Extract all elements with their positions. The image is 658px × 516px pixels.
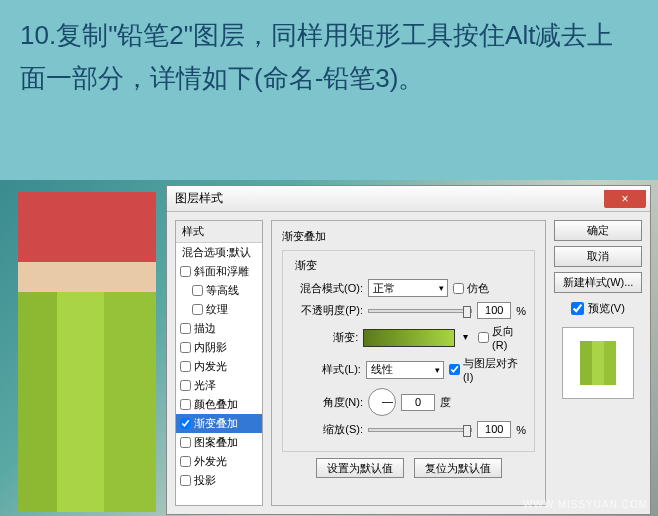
style-item-checkbox[interactable] bbox=[192, 304, 203, 315]
styles-list-panel: 样式 混合选项:默认斜面和浮雕等高线纹理描边内阴影内发光光泽颜色叠加渐变叠加图案… bbox=[175, 220, 263, 506]
style-item-checkbox[interactable] bbox=[180, 342, 191, 353]
reset-default-button[interactable]: 复位为默认值 bbox=[414, 458, 502, 478]
style-item-checkbox[interactable] bbox=[192, 285, 203, 296]
style-item-11[interactable]: 投影 bbox=[176, 471, 262, 490]
opacity-label: 不透明度(P): bbox=[291, 303, 363, 318]
dialog-titlebar[interactable]: 图层样式 × bbox=[167, 186, 650, 212]
style-item-9[interactable]: 图案叠加 bbox=[176, 433, 262, 452]
style-item-label: 斜面和浮雕 bbox=[194, 264, 249, 279]
style-item-6[interactable]: 光泽 bbox=[176, 376, 262, 395]
style-item-checkbox[interactable] bbox=[180, 323, 191, 334]
gradient-label: 渐变: bbox=[291, 330, 358, 345]
scale-slider[interactable] bbox=[368, 428, 472, 432]
style-item-10[interactable]: 外发光 bbox=[176, 452, 262, 471]
style-item-checkbox[interactable] bbox=[180, 361, 191, 372]
preview-checkbox[interactable]: 预览(V) bbox=[554, 301, 642, 316]
style-item-checkbox[interactable] bbox=[180, 437, 191, 448]
dialog-title: 图层样式 bbox=[175, 190, 604, 207]
watermark: WWW.MISSYUAN.COM bbox=[523, 499, 648, 510]
style-item-label: 颜色叠加 bbox=[194, 397, 238, 412]
gradient-overlay-panel: 渐变叠加 渐变 混合模式(O): 正常 仿色 不透明度(P): bbox=[271, 220, 546, 506]
style-item-5[interactable]: 内发光 bbox=[176, 357, 262, 376]
angle-input[interactable]: 0 bbox=[401, 394, 435, 411]
new-style-button[interactable]: 新建样式(W)... bbox=[554, 272, 642, 293]
pencil-body bbox=[18, 292, 156, 512]
style-select[interactable]: 线性 bbox=[366, 361, 444, 379]
pencil-eraser bbox=[18, 192, 156, 262]
style-item-checkbox[interactable] bbox=[180, 456, 191, 467]
opacity-slider[interactable] bbox=[368, 309, 472, 313]
opacity-unit: % bbox=[516, 305, 526, 317]
style-item-1[interactable]: 等高线 bbox=[176, 281, 262, 300]
style-item-checkbox[interactable] bbox=[180, 418, 191, 429]
style-item-label: 描边 bbox=[194, 321, 216, 336]
style-item-label: 渐变叠加 bbox=[194, 416, 238, 431]
dither-label: 仿色 bbox=[467, 281, 489, 296]
align-checkbox[interactable]: 与图层对齐(I) bbox=[449, 356, 526, 383]
gradient-picker[interactable] bbox=[363, 329, 455, 347]
dialog-buttons-panel: 确定 取消 新建样式(W)... 预览(V) bbox=[554, 220, 642, 506]
style-item-label: 内发光 bbox=[194, 359, 227, 374]
style-item-checkbox[interactable] bbox=[180, 475, 191, 486]
style-item-checkbox[interactable] bbox=[180, 266, 191, 277]
style-item-label: 外发光 bbox=[194, 454, 227, 469]
blend-options-item[interactable]: 混合选项:默认 bbox=[176, 243, 262, 262]
dither-check-input[interactable] bbox=[453, 283, 464, 294]
style-item-checkbox[interactable] bbox=[180, 380, 191, 391]
scale-input[interactable]: 100 bbox=[477, 421, 511, 438]
instruction-text: 10.复制"铅笔2"图层，同样用矩形工具按住Alt减去上面一部分，详情如下(命名… bbox=[0, 0, 658, 180]
style-item-8[interactable]: 渐变叠加 bbox=[176, 414, 262, 433]
dither-checkbox[interactable]: 仿色 bbox=[453, 281, 489, 296]
style-item-2[interactable]: 纹理 bbox=[176, 300, 262, 319]
style-item-label: 内阴影 bbox=[194, 340, 227, 355]
style-item-label: 投影 bbox=[194, 473, 216, 488]
preview-label: 预览(V) bbox=[588, 301, 625, 316]
pencil-ferrule bbox=[18, 262, 156, 292]
preview-thumbnail bbox=[562, 327, 634, 399]
set-default-button[interactable]: 设置为默认值 bbox=[316, 458, 404, 478]
angle-dial[interactable] bbox=[368, 388, 396, 416]
reverse-checkbox[interactable]: 反向(R) bbox=[478, 324, 526, 351]
style-item-label: 等高线 bbox=[206, 283, 239, 298]
reverse-check-input[interactable] bbox=[478, 332, 489, 343]
blend-mode-label: 混合模式(O): bbox=[291, 281, 363, 296]
scale-label: 缩放(S): bbox=[291, 422, 363, 437]
cancel-button[interactable]: 取消 bbox=[554, 246, 642, 267]
blend-mode-select[interactable]: 正常 bbox=[368, 279, 448, 297]
group-title: 渐变叠加 bbox=[282, 229, 535, 244]
preview-check-input[interactable] bbox=[571, 302, 584, 315]
style-item-label: 图案叠加 bbox=[194, 435, 238, 450]
layer-style-dialog: 图层样式 × 样式 混合选项:默认斜面和浮雕等高线纹理描边内阴影内发光光泽颜色叠… bbox=[166, 185, 651, 515]
angle-unit: 度 bbox=[440, 395, 451, 410]
style-item-label: 光泽 bbox=[194, 378, 216, 393]
preview-swatch bbox=[580, 341, 616, 385]
pencil-preview bbox=[18, 192, 156, 512]
style-item-4[interactable]: 内阴影 bbox=[176, 338, 262, 357]
opacity-input[interactable]: 100 bbox=[477, 302, 511, 319]
reverse-label: 反向(R) bbox=[492, 324, 526, 351]
ok-button[interactable]: 确定 bbox=[554, 220, 642, 241]
style-label: 样式(L): bbox=[291, 362, 361, 377]
align-check-input[interactable] bbox=[449, 364, 460, 375]
style-item-label: 纹理 bbox=[206, 302, 228, 317]
subgroup-title: 渐变 bbox=[291, 258, 321, 273]
workspace: 思缘设计论坛 图层样式 × 样式 混合选项:默认斜面和浮雕等高线纹理描边内阴影内… bbox=[0, 180, 658, 516]
style-item-7[interactable]: 颜色叠加 bbox=[176, 395, 262, 414]
close-icon[interactable]: × bbox=[604, 190, 646, 208]
angle-label: 角度(N): bbox=[291, 395, 363, 410]
style-item-checkbox[interactable] bbox=[180, 399, 191, 410]
styles-header: 样式 bbox=[176, 221, 262, 243]
style-item-0[interactable]: 斜面和浮雕 bbox=[176, 262, 262, 281]
style-item-3[interactable]: 描边 bbox=[176, 319, 262, 338]
align-label: 与图层对齐(I) bbox=[463, 356, 526, 383]
scale-unit: % bbox=[516, 424, 526, 436]
